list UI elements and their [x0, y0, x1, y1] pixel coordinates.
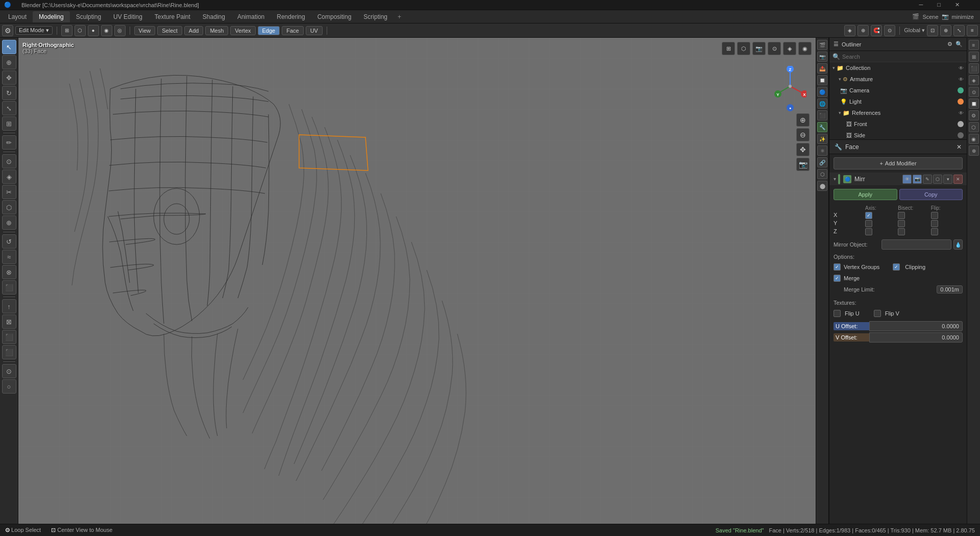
- outliner-light[interactable]: 💡 Light: [836, 96, 967, 107]
- rs-icon-5[interactable]: ⊙: [969, 87, 979, 97]
- transform-pivot[interactable]: ⊡: [927, 25, 938, 36]
- loop-cut-btn[interactable]: ⊙: [2, 154, 16, 168]
- view-persp-btn[interactable]: ⬡: [737, 42, 750, 55]
- bisect-x-check[interactable]: [898, 212, 905, 219]
- mod-render-icon[interactable]: 📷: [913, 175, 922, 184]
- rs-icon-1[interactable]: ≡: [969, 40, 979, 50]
- view-wireframe-btn[interactable]: ◈: [783, 42, 796, 55]
- axis-z-check[interactable]: [865, 228, 872, 235]
- merge-limit-value[interactable]: 0.001m: [937, 285, 963, 294]
- rs-icon-10[interactable]: ⊕: [969, 145, 979, 156]
- shading-material[interactable]: ◉: [101, 25, 112, 36]
- window-minimize[interactable]: ─: [919, 2, 923, 8]
- prop-icon-view-layer[interactable]: 🔲: [817, 75, 827, 85]
- proportional-edit[interactable]: ⊙: [884, 25, 895, 36]
- apply-button[interactable]: Apply: [834, 189, 897, 200]
- offset-edge-btn[interactable]: ◈: [2, 169, 16, 184]
- bisect-z-check[interactable]: [898, 228, 905, 235]
- tab-scripting[interactable]: Scripting: [357, 11, 394, 22]
- flip-z-check[interactable]: [931, 228, 938, 235]
- prop-icon-world[interactable]: 🌐: [817, 99, 827, 109]
- vertex-groups-checkbox[interactable]: [834, 263, 841, 271]
- shading-wireframe[interactable]: ⬡: [75, 25, 86, 36]
- poly-build-btn[interactable]: ⊕: [2, 215, 16, 230]
- shading-rendered[interactable]: ◎: [114, 25, 126, 36]
- slide-btn[interactable]: ⬛: [2, 280, 16, 295]
- face-menu[interactable]: Face: [282, 26, 303, 35]
- global-local-toggle[interactable]: ⊞: [61, 25, 72, 36]
- select-tool-btn[interactable]: ↖: [2, 40, 16, 54]
- mod-cage-icon[interactable]: ⬡: [933, 175, 942, 184]
- mod-expand-arrow[interactable]: ▾: [834, 176, 836, 182]
- transform-orientation[interactable]: ⤡: [953, 25, 965, 36]
- snap-element[interactable]: ⊕: [940, 25, 951, 36]
- gizmo-toggle[interactable]: ⊕: [857, 25, 869, 36]
- tab-layout[interactable]: Layout: [2, 11, 33, 22]
- axis-y-check[interactable]: [865, 220, 872, 227]
- prop-icon-output[interactable]: 📤: [817, 63, 827, 74]
- tab-texture-paint[interactable]: Texture Paint: [149, 11, 197, 22]
- nav-camera[interactable]: 📷: [796, 158, 810, 171]
- cursor-tool-btn[interactable]: ⊕: [2, 55, 16, 69]
- prop-icon-scene[interactable]: 🎬: [817, 40, 827, 50]
- edge-menu[interactable]: Edge: [258, 26, 280, 35]
- rs-icon-6[interactable]: 🔲: [969, 99, 979, 109]
- annotate-btn[interactable]: ✏: [2, 135, 16, 150]
- transform-tool-btn[interactable]: ⊞: [2, 116, 16, 131]
- mirror-obj-dropper[interactable]: 💧: [953, 239, 963, 250]
- visibility-eye[interactable]: 👁: [959, 65, 964, 71]
- outliner-search[interactable]: 🔍: [955, 41, 963, 47]
- bisect-btn[interactable]: ⬡: [2, 200, 16, 214]
- tab-sculpting[interactable]: Sculpting: [70, 11, 107, 22]
- bridge-btn[interactable]: ⬛: [2, 345, 16, 359]
- axis-gizmo[interactable]: Z X Y ●: [774, 66, 806, 107]
- view-isolate-btn[interactable]: ⊙: [768, 42, 781, 55]
- outliner-references[interactable]: ▾ 📁 References 👁: [836, 107, 967, 118]
- armature-visibility[interactable]: 👁: [959, 77, 964, 82]
- tab-uv-editing[interactable]: UV Editing: [107, 11, 149, 22]
- snap-toggle[interactable]: 🧲: [871, 25, 882, 36]
- bisect-y-check[interactable]: [898, 220, 905, 227]
- copy-button[interactable]: Copy: [899, 189, 963, 200]
- nav-zoom-in[interactable]: ⊕: [796, 113, 810, 127]
- flip-u-checkbox[interactable]: [834, 310, 841, 317]
- prop-icon-modifier[interactable]: 🔧: [817, 122, 827, 132]
- rs-icon-9[interactable]: ◉: [969, 134, 979, 144]
- outliner-collection[interactable]: ▾ 📁 Collection 👁: [829, 62, 967, 74]
- rs-icon-4[interactable]: ◈: [969, 75, 979, 85]
- u-offset-value[interactable]: 0.0000: [869, 321, 963, 331]
- scale-tool-btn[interactable]: ⤡: [2, 101, 16, 115]
- flip-v-checkbox[interactable]: [874, 310, 881, 317]
- modifier-row[interactable]: ▾ 🔵 Mirr 👁 📷 ✎ ⬡ ▾ ✕: [829, 173, 967, 186]
- mesh-menu[interactable]: Mesh: [205, 26, 228, 35]
- rotate-tool-btn[interactable]: ↻: [2, 86, 16, 100]
- prop-icon-material[interactable]: ⬤: [817, 181, 827, 191]
- merge-checkbox[interactable]: [834, 275, 841, 282]
- prop-icon-scene2[interactable]: 🔵: [817, 87, 827, 97]
- tab-compositing[interactable]: Compositing: [311, 11, 358, 22]
- mod-expand-icon[interactable]: ▾: [943, 175, 952, 184]
- extrude-btn[interactable]: ↑: [2, 299, 16, 313]
- shading-solid[interactable]: ●: [88, 25, 99, 36]
- nav-pan[interactable]: ✥: [796, 143, 810, 156]
- prop-icon-object[interactable]: ⬛: [817, 110, 827, 120]
- outliner-camera[interactable]: 📷 Camera: [836, 85, 967, 96]
- mod-realtime-icon[interactable]: 👁: [902, 175, 912, 184]
- clipping-checkbox[interactable]: [893, 263, 900, 271]
- bevel-btn[interactable]: ⬛: [2, 330, 16, 344]
- refs-visibility[interactable]: 👁: [959, 110, 964, 116]
- outliner-search-bar[interactable]: 🔍: [829, 51, 967, 62]
- outliner-side[interactable]: 🖼 Side: [842, 130, 967, 140]
- toolbar-expand[interactable]: ⚙: [2, 25, 13, 36]
- prop-icon-constraints[interactable]: 🔗: [817, 157, 827, 167]
- axis-x-check[interactable]: [865, 212, 872, 219]
- properties-close[interactable]: ✕: [957, 143, 962, 151]
- prop-icon-data[interactable]: ⬡: [817, 169, 827, 179]
- tab-shading[interactable]: Shading: [197, 11, 231, 22]
- add-modifier-btn[interactable]: + Add Modifier: [834, 157, 963, 169]
- outliner-search-input[interactable]: [842, 54, 964, 60]
- viewport-3d[interactable]: Right·Orthographic (33) Face ⊞ ⬡ 📷 ⊙ ◈ ◉: [18, 38, 816, 524]
- window-maximize[interactable]: □: [937, 2, 941, 8]
- rs-icon-3[interactable]: ⬛: [969, 63, 979, 74]
- tab-modeling[interactable]: Modeling: [33, 11, 70, 22]
